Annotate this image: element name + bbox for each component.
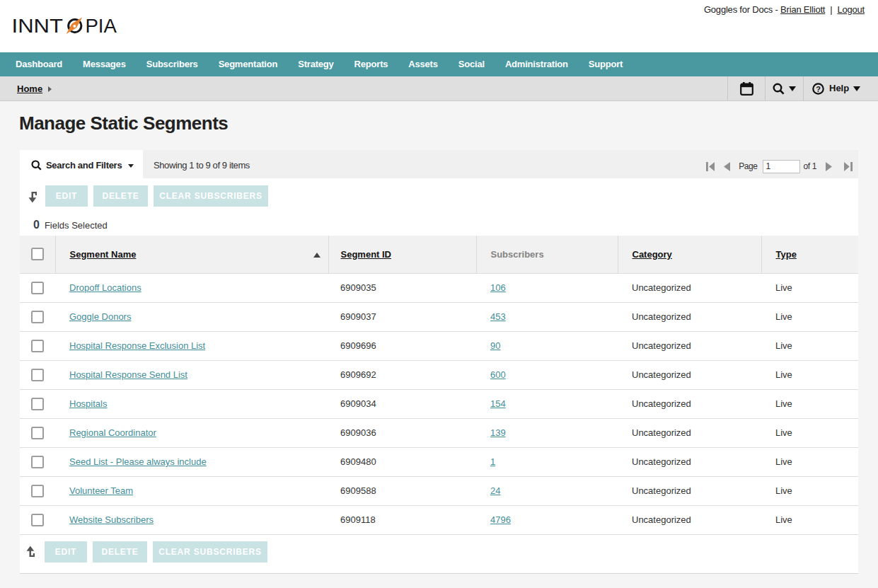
svg-text:?: ? — [816, 85, 821, 93]
svg-text:INNT: INNT — [12, 15, 64, 37]
svg-text:PIA: PIA — [85, 15, 117, 37]
